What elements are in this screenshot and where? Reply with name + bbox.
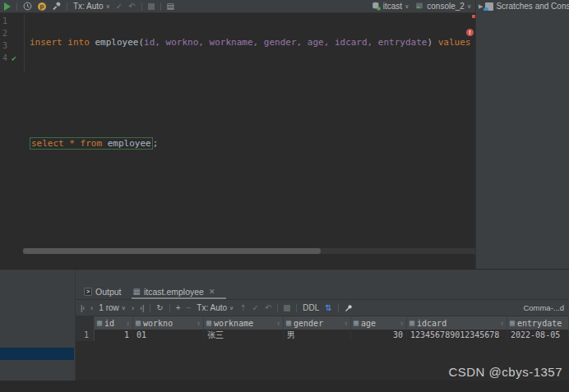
- column-icon: ▦: [136, 319, 141, 327]
- chevron-down-icon: ∨: [122, 305, 126, 311]
- row-count-label: 1 row: [99, 303, 118, 312]
- cell-id[interactable]: 1: [95, 330, 133, 341]
- stop-icon[interactable]: [148, 3, 155, 10]
- parameters-icon[interactable]: p: [38, 2, 46, 11]
- sort-icon[interactable]: ↕: [344, 320, 348, 327]
- extractor-dropdown[interactable]: Comma-...d: [523, 303, 564, 312]
- editor-hscrollbar-thumb[interactable]: [23, 248, 321, 254]
- column-header-idcard[interactable]: ▦ idcard ↕: [407, 316, 507, 330]
- selected-tree-row[interactable]: [0, 348, 74, 360]
- csdn-watermark: CSDN @cbys-1357: [448, 365, 562, 379]
- chevron-down-icon: ∨: [405, 3, 409, 10]
- submit-db-icon[interactable]: ⇡: [239, 304, 246, 312]
- column-icon: ▦: [97, 319, 102, 327]
- sql-editor[interactable]: 1 2 3 4 ✔ insert into employee(id, workn…: [0, 13, 475, 269]
- sql-keyword: from: [81, 138, 108, 149]
- sort-icon[interactable]: ↕: [126, 320, 130, 327]
- error-stripe-mark[interactable]: [472, 15, 475, 18]
- column-icon: ▦: [354, 319, 359, 327]
- sort-icon[interactable]: ↕: [400, 320, 404, 327]
- next-page-icon[interactable]: ›: [132, 304, 134, 312]
- code-line-3[interactable]: [30, 104, 475, 116]
- tab-output[interactable]: > Output: [84, 284, 122, 299]
- tx-mode-dropdown[interactable]: Tx: Auto ∨: [73, 2, 110, 11]
- chevron-down-icon: ∨: [467, 3, 471, 10]
- column-header-id[interactable]: ▦ id ↕: [95, 316, 133, 330]
- cell-gender[interactable]: 男: [284, 330, 351, 341]
- column-header-workname[interactable]: ▦ workname ↕: [204, 316, 284, 330]
- grid-tx-mode-dropdown[interactable]: Tx: Auto ∨: [197, 303, 234, 312]
- run-script-table-icon[interactable]: ▤: [167, 2, 174, 11]
- datasource-dropdown[interactable]: itcast ∨: [372, 2, 409, 11]
- settings-wrench-icon[interactable]: [52, 2, 61, 11]
- reload-icon[interactable]: ↻: [156, 304, 163, 312]
- column-header-workno[interactable]: ▦ workno ↕: [133, 316, 204, 330]
- results-tabs: > Output ▦ itcast.employee ✕: [76, 284, 569, 299]
- cell-entrydate[interactable]: 2022-08-05: [507, 330, 569, 341]
- tree-item-scratches[interactable]: ▶ Scratches and Consol: [476, 0, 569, 11]
- statement-success-check-icon: ✔: [12, 53, 16, 62]
- active-tab-underline: [132, 297, 227, 299]
- cell-workno[interactable]: 01: [133, 330, 204, 341]
- pin-icon[interactable]: [345, 304, 353, 312]
- prev-page-icon[interactable]: ‹: [90, 304, 93, 312]
- cell-workname[interactable]: 张三: [204, 330, 284, 341]
- column-label: idcard: [417, 319, 446, 328]
- first-page-icon[interactable]: |‹: [81, 304, 85, 312]
- tx-mode-label: Tx: Auto: [73, 2, 104, 11]
- toolbar-separator: [160, 2, 161, 11]
- toolbar-separator: [16, 2, 17, 11]
- delete-row-icon[interactable]: −: [187, 304, 192, 312]
- column-label: gender: [294, 319, 323, 328]
- row-number-header: [76, 316, 95, 330]
- line-number: 2: [2, 29, 7, 38]
- code-line-1[interactable]: insert into employee(id, workno, worknam…: [30, 36, 475, 48]
- toolbar-separator: [277, 304, 278, 312]
- tab-label: itcast.employee: [144, 287, 204, 297]
- add-row-icon[interactable]: +: [176, 304, 181, 312]
- console-dropdown[interactable]: console_2 ∨: [415, 2, 471, 11]
- column-header-entrydate[interactable]: ▦ entrydate: [507, 316, 569, 330]
- toolbar-separator: [296, 304, 297, 312]
- bottom-strip: [0, 380, 569, 392]
- ddl-button[interactable]: DDL: [303, 303, 319, 312]
- last-page-icon[interactable]: ›|: [140, 304, 144, 312]
- console-label: console_2: [427, 2, 465, 11]
- column-header-age[interactable]: ▦ age ↕: [351, 316, 407, 330]
- cell-age[interactable]: 30: [351, 330, 407, 341]
- tx-mode-label: Tx: Auto: [197, 303, 227, 312]
- line-number: 4: [2, 53, 7, 62]
- editor-toolbar: p Tx: Auto ∨ ✓ ↶ ▤ itcast: [0, 0, 475, 13]
- commit-check-icon[interactable]: ✓: [116, 2, 123, 11]
- sql-keyword: select: [31, 138, 69, 149]
- sort-icon[interactable]: ↕: [276, 320, 280, 327]
- datasource-label: itcast: [383, 2, 402, 11]
- expand-arrow-icon[interactable]: ▶: [479, 3, 483, 10]
- code-line-2[interactable]: [30, 70, 475, 82]
- tab-itcast-employee[interactable]: ▦ itcast.employee ✕: [133, 284, 215, 299]
- column-icon: ▦: [409, 319, 414, 327]
- datagrip-console-window: p Tx: Auto ∨ ✓ ↶ ▤ itcast: [0, 0, 569, 392]
- table-icon: ▦: [133, 288, 141, 296]
- services-tree-strip: [0, 270, 76, 392]
- sort-icon[interactable]: ↕: [500, 320, 504, 327]
- column-header-gender[interactable]: ▦ gender ↕: [284, 316, 351, 330]
- cell-idcard[interactable]: 123456789012345678: [407, 330, 507, 341]
- table-row: 1 1 01 张三 男 30 123456789012345678 2022-0…: [76, 330, 569, 341]
- close-icon[interactable]: ✕: [209, 288, 215, 296]
- code-area[interactable]: insert into employee(id, workno, worknam…: [30, 15, 475, 171]
- row-count-dropdown[interactable]: 1 row ∨: [99, 303, 126, 312]
- stop-icon[interactable]: [284, 305, 290, 311]
- toolbar-separator: [169, 304, 170, 312]
- transfer-arrows-icon[interactable]: ⇅: [325, 303, 331, 312]
- execute-icon[interactable]: [4, 2, 11, 11]
- history-icon[interactable]: [23, 2, 32, 11]
- code-line-4[interactable]: select * from employee;: [30, 137, 475, 150]
- row-number-cell[interactable]: 1: [76, 330, 95, 341]
- scratches-folder-icon: [485, 2, 493, 11]
- sql-columns: id, workno, workname, gender, age, idcar…: [144, 37, 427, 48]
- rollback-icon[interactable]: ↶: [128, 2, 135, 11]
- rollback-icon[interactable]: ↶: [265, 304, 271, 312]
- sort-icon[interactable]: ↕: [197, 320, 201, 327]
- commit-check-icon[interactable]: ✓: [252, 304, 259, 312]
